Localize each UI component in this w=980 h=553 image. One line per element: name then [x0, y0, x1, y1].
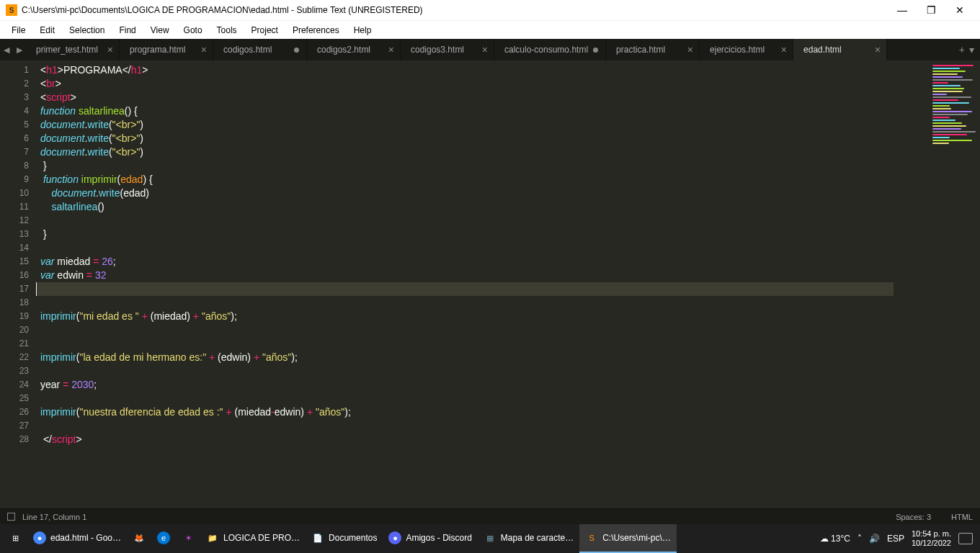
menu-help[interactable]: Help [347, 23, 379, 37]
taskbar-item[interactable]: ●Amigos - Discord [383, 524, 477, 553]
taskbar-item[interactable]: e [151, 524, 176, 553]
tab-programa-html[interactable]: programa.html× [120, 39, 213, 60]
clock[interactable]: 10:54 p. m. 10/12/2022 [912, 529, 951, 548]
menu-find[interactable]: Find [112, 23, 143, 37]
tray-chevron-icon[interactable]: ˄ [858, 534, 862, 544]
taskbar-item[interactable]: SC:\Users\mi-pc\… [579, 524, 677, 553]
close-button[interactable]: ✕ [945, 0, 974, 20]
close-tab-icon[interactable]: × [482, 44, 488, 55]
taskbar-item[interactable]: ✶ [176, 524, 200, 553]
taskbar-app-icon: ● [33, 531, 46, 544]
menu-bar: FileEditSelectionFindViewGotoToolsProjec… [0, 20, 980, 39]
window-titlebar: S C:\Users\mi-pc\Documents\LOGICA DE PRO… [0, 0, 980, 20]
cursor-position: Line 17, Column 1 [22, 513, 86, 521]
tab-label: codigos.html [223, 45, 272, 55]
tab-label: primer_test.html [36, 45, 98, 55]
tab-label: ejercicios.html [710, 45, 765, 55]
language-indicator[interactable]: ESP [887, 534, 904, 544]
tab-prev-icon[interactable]: ◀ [0, 39, 13, 60]
close-tab-icon[interactable]: × [875, 44, 881, 55]
tab-menu-icon[interactable]: ▾ [969, 44, 974, 55]
taskbar-label: Documentos [329, 533, 377, 543]
menu-tools[interactable]: Tools [210, 23, 244, 37]
menu-selection[interactable]: Selection [62, 23, 112, 37]
taskbar-app-icon: e [157, 531, 170, 544]
line-number-gutter: 1234567891011121314151617181920212223242… [0, 60, 36, 508]
tab-bar: ◀ ▶ primer_test.html×programa.html×codig… [0, 39, 980, 60]
taskbar-item[interactable]: ⊞ [3, 524, 27, 553]
syntax-status[interactable]: HTML [951, 513, 973, 521]
status-bar: Line 17, Column 1 Spaces: 3 HTML [0, 508, 980, 524]
taskbar-label: Amigos - Discord [406, 533, 471, 543]
taskbar-app-icon: S [585, 531, 598, 544]
system-tray: ☁ 13°C ˄ 🔊 ESP 10:54 p. m. 10/12/2022 [820, 529, 977, 548]
menu-view[interactable]: View [143, 23, 177, 37]
tab-practica-html[interactable]: practica.html× [606, 39, 700, 60]
taskbar-item[interactable]: ▦Mapa de caracte… [478, 524, 579, 553]
window-title: C:\Users\mi-pc\Documents\LOGICA DE PROGR… [22, 5, 888, 15]
tab-codigos3-html[interactable]: codigos3.html× [401, 39, 494, 60]
taskbar-app-icon: 📄 [311, 531, 324, 544]
close-tab-icon[interactable]: × [201, 44, 207, 55]
taskbar-app-icon: 🦊 [133, 531, 146, 544]
close-tab-icon[interactable]: × [388, 44, 394, 55]
code-content[interactable]: <h1>PROGRAMA</h1><br><script>function sa… [36, 60, 894, 508]
editor-area[interactable]: 1234567891011121314151617181920212223242… [0, 60, 980, 508]
tab-codigos2-html[interactable]: codigos2.html× [307, 39, 401, 60]
taskbar-label: LOGICA DE PRO… [223, 533, 300, 543]
taskbar-label: C:\Users\mi-pc\… [602, 533, 671, 543]
maximize-button[interactable]: ❐ [917, 0, 945, 20]
tab-edad-html[interactable]: edad.html× [793, 39, 887, 60]
tab-label: programa.html [130, 45, 185, 55]
tab-primer_test-html[interactable]: primer_test.html× [26, 39, 120, 60]
taskbar-app-icon: ✶ [182, 531, 195, 544]
taskbar-item[interactable]: ●edad.html - Goo… [27, 524, 127, 553]
menu-edit[interactable]: Edit [32, 23, 62, 37]
tab-label: calculo-consumo.html [504, 45, 588, 55]
menu-project[interactable]: Project [244, 23, 285, 37]
close-tab-icon[interactable]: × [687, 44, 693, 55]
notifications-icon[interactable] [958, 533, 973, 544]
taskbar-item[interactable]: 📁LOGICA DE PRO… [200, 524, 306, 553]
menu-goto[interactable]: Goto [177, 23, 210, 37]
tab-next-icon[interactable]: ▶ [13, 39, 26, 60]
dirty-dot-icon [593, 48, 598, 53]
taskbar-label: edad.html - Goo… [50, 533, 121, 543]
tab-codigos-html[interactable]: codigos.html [213, 39, 307, 60]
taskbar-app-icon: 📁 [206, 531, 219, 544]
close-tab-icon[interactable]: × [781, 44, 787, 55]
minimap[interactable] [894, 60, 980, 508]
new-tab-button[interactable]: + [959, 44, 965, 55]
taskbar-app-icon: ● [388, 531, 401, 544]
taskbar-app-icon: ⊞ [9, 531, 22, 544]
windows-taskbar: ⊞●edad.html - Goo…🦊e✶📁LOGICA DE PRO…📄Doc… [0, 524, 980, 553]
tab-label: edad.html [803, 45, 842, 55]
minimize-button[interactable]: — [888, 0, 917, 20]
volume-icon[interactable]: 🔊 [869, 534, 880, 544]
taskbar-item[interactable]: 📄Documentos [306, 524, 383, 553]
tab-calculo-consumo-html[interactable]: calculo-consumo.html [494, 39, 606, 60]
taskbar-app-icon: ▦ [484, 531, 496, 544]
panel-switcher-icon[interactable] [7, 513, 15, 521]
taskbar-label: Mapa de caracte… [501, 533, 574, 543]
weather-widget[interactable]: ☁ 13°C [820, 534, 850, 544]
dirty-dot-icon [294, 48, 299, 53]
menu-preferences[interactable]: Preferences [285, 23, 347, 37]
tab-label: codigos2.html [317, 45, 370, 55]
tab-label: codigos3.html [411, 45, 464, 55]
menu-file[interactable]: File [4, 23, 32, 37]
taskbar-item[interactable]: 🦊 [127, 524, 151, 553]
tab-ejercicios-html[interactable]: ejercicios.html× [700, 39, 793, 60]
tab-label: practica.html [616, 45, 665, 55]
indentation-status[interactable]: Spaces: 3 [896, 513, 931, 521]
app-icon: S [6, 4, 17, 16]
close-tab-icon[interactable]: × [107, 44, 113, 55]
